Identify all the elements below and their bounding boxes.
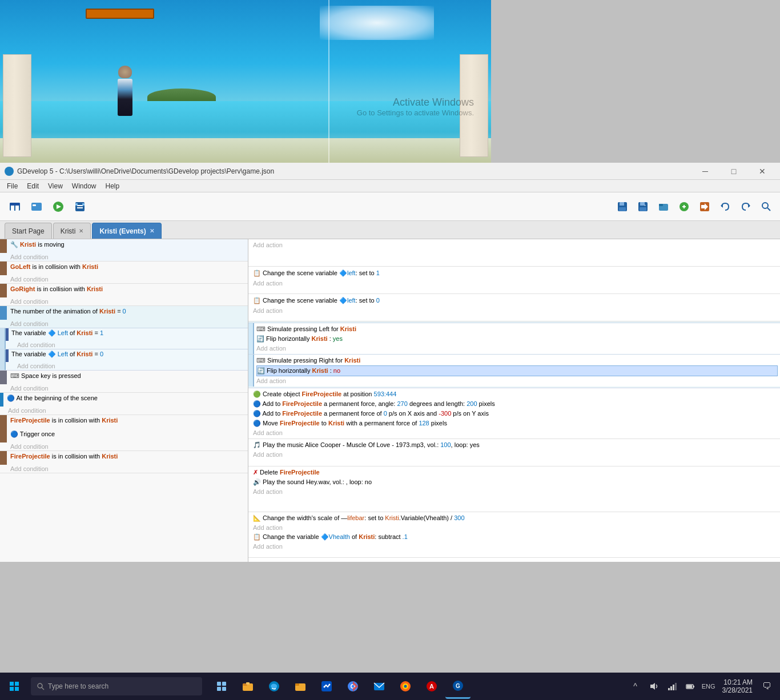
taskbar-battery-icon[interactable] <box>682 678 698 694</box>
svg-rect-34 <box>15 687 19 691</box>
action-4-2-1: ⌨ Simulate pressing Right for Kristi <box>256 356 778 365</box>
preview-clouds <box>320 6 434 40</box>
close-tab-kristi[interactable]: ✕ <box>79 228 83 234</box>
toolbar-undo-button[interactable] <box>716 198 734 216</box>
toolbar-load-button[interactable] <box>654 198 673 216</box>
toolbar-home-button[interactable] <box>5 196 25 217</box>
add-cond-3[interactable]: Add condition <box>0 297 248 305</box>
taskbar-edge[interactable] <box>262 674 287 699</box>
taskbar-keyboard-icon[interactable]: ENG <box>701 678 717 694</box>
svg-rect-11 <box>75 203 78 206</box>
svg-rect-12 <box>82 203 85 206</box>
taskbar-gdevelop[interactable]: G <box>445 674 471 699</box>
add-action-6[interactable]: Add action <box>248 450 780 459</box>
taskbar-explorer[interactable] <box>235 674 260 699</box>
event-row-5: ⌨ Space key is pressed Add condition <box>0 371 248 393</box>
menu-view[interactable]: View <box>43 181 67 191</box>
add-action-4-2[interactable]: Add action <box>256 376 778 385</box>
add-cond-1[interactable]: Add condition <box>0 253 248 261</box>
toolbar-save-as-button[interactable]: + <box>634 198 652 216</box>
add-action-1[interactable]: Add action <box>248 240 780 250</box>
menu-bar: File Edit View Window Help <box>0 180 780 192</box>
taskbar-start-button[interactable] <box>0 673 29 700</box>
action-5-3: 🔵 Add to FireProjectile a permanent forc… <box>248 409 780 419</box>
taskbar-mail[interactable] <box>367 674 392 699</box>
event-row-2: GoLeft is in collision with Kristi Add c… <box>0 262 248 284</box>
toolbar-play-button[interactable] <box>48 196 69 217</box>
action-2-1: 📋 Change the scene variable 🔷left: set t… <box>248 268 780 279</box>
taskbar-files[interactable] <box>288 674 313 699</box>
event-row-4: The number of the animation of Kristi = … <box>0 306 248 371</box>
taskbar-time[interactable]: 10:21 AM 3/28/2021 <box>719 678 756 694</box>
tab-kristi[interactable]: Kristi ✕ <box>53 223 91 239</box>
action-block-2: 📋 Change the scene variable 🔷left: set t… <box>248 267 780 294</box>
svg-rect-1 <box>11 205 14 211</box>
svg-rect-64 <box>673 685 674 690</box>
maximize-button[interactable]: □ <box>721 163 747 180</box>
menu-file[interactable]: File <box>2 181 22 191</box>
sub-action-4-1: ⌨ Simulate pressing Left for Kristi 🔄 Fl… <box>248 323 780 354</box>
close-button[interactable]: ✕ <box>749 163 775 180</box>
toolbar-redo-button[interactable] <box>737 198 755 216</box>
taskbar-volume-icon[interactable] <box>646 678 662 694</box>
taskbar-chrome[interactable] <box>340 674 365 699</box>
add-action-7[interactable]: Add action <box>248 487 780 496</box>
action-4-1-2: 🔄 Flip horizontally Kristi : yes <box>256 334 778 344</box>
add-cond-4[interactable]: Add condition <box>0 320 248 328</box>
svg-rect-62 <box>668 688 670 690</box>
taskbar-network-icon[interactable] <box>664 678 680 694</box>
add-cond-6[interactable]: Add condition <box>0 407 248 415</box>
tab-kristi-events[interactable]: Kristi (Events) ✕ <box>92 223 161 239</box>
svg-point-48 <box>324 686 325 688</box>
add-cond-8[interactable]: Add condition <box>0 465 248 473</box>
add-cond-2[interactable]: Add condition <box>0 275 248 283</box>
add-cond-5[interactable]: Add condition <box>0 384 248 392</box>
add-action-8-1[interactable]: Add action <box>248 523 780 532</box>
taskbar-firefox[interactable] <box>393 674 418 699</box>
taskbar-task-view[interactable] <box>209 674 234 699</box>
svg-rect-14 <box>620 202 624 206</box>
tab-start-page[interactable]: Start Page <box>5 223 52 239</box>
svg-rect-31 <box>10 682 14 686</box>
add-action-8-2[interactable]: Add action <box>248 542 780 551</box>
action-6-1: 🎵 Play the music Alice Cooper - Muscle O… <box>248 440 780 450</box>
menu-window[interactable]: Window <box>67 181 101 191</box>
taskbar-notification-button[interactable]: 🗨 <box>758 673 775 700</box>
window-chrome: GDevelop 5 - C:\Users\willi\OneDrive\Doc… <box>0 163 780 562</box>
svg-rect-10 <box>77 207 83 208</box>
cond-1: 🔧 Kristi is moving <box>7 239 248 253</box>
add-cond-4-2[interactable]: Add condition <box>6 362 248 370</box>
minimize-button[interactable]: ─ <box>692 163 718 180</box>
action-5-2: 🔵 Add to FireProjectile a permanent forc… <box>248 399 780 409</box>
add-action-5[interactable]: Add action <box>248 428 780 437</box>
add-cond-7[interactable]: Add condition <box>0 442 248 450</box>
taskbar-avast[interactable]: A <box>419 674 444 699</box>
svg-rect-63 <box>670 686 672 690</box>
add-cond-4-1[interactable]: Add condition <box>6 341 248 349</box>
toolbar-add-button[interactable] <box>675 198 693 216</box>
svg-point-29 <box>762 203 768 208</box>
svg-rect-68 <box>693 686 694 687</box>
add-action-2[interactable]: Add action <box>248 279 780 288</box>
preview-column-right <box>460 54 488 157</box>
menu-help[interactable]: Help <box>101 181 124 191</box>
taskbar-apps: A G <box>209 674 471 699</box>
toolbar-save-button[interactable] <box>613 198 632 216</box>
taskbar-expand-tray[interactable]: ^ <box>628 678 644 694</box>
svg-rect-4 <box>31 203 42 211</box>
add-action-4-1[interactable]: Add action <box>256 344 778 353</box>
toolbar-open-button[interactable] <box>26 196 47 217</box>
toolbar-search-button[interactable] <box>757 198 775 216</box>
svg-rect-33 <box>10 687 14 691</box>
taskbar-store[interactable] <box>314 674 339 699</box>
preview-character <box>108 66 142 140</box>
svg-line-36 <box>42 687 44 690</box>
toolbar-debug-button[interactable] <box>70 196 90 217</box>
sub-event-4-2: The variable 🔷 Left of Kristi = 0 Add co… <box>0 349 248 370</box>
taskbar-search[interactable]: Type here to search <box>31 677 202 695</box>
close-tab-kristi-events[interactable]: ✕ <box>150 228 154 234</box>
toolbar-export-button[interactable] <box>695 198 714 216</box>
action-block-6: 🎵 Play the music Alice Cooper - Muscle O… <box>248 439 780 466</box>
menu-edit[interactable]: Edit <box>22 181 43 191</box>
add-action-3[interactable]: Add action <box>248 306 780 315</box>
